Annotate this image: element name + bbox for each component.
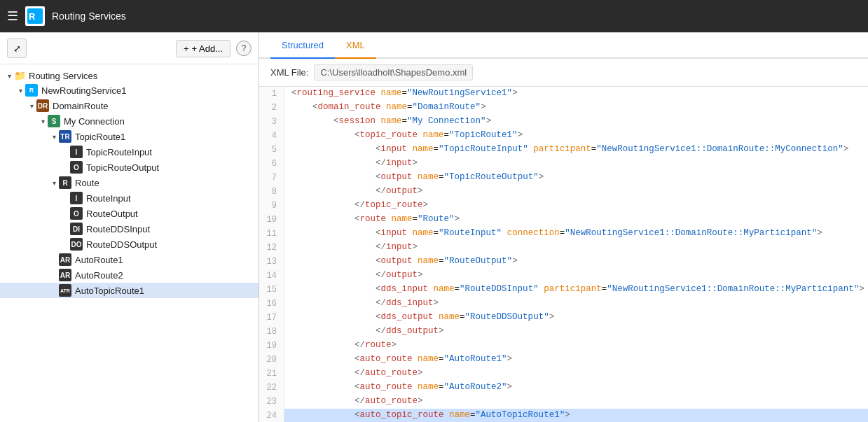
di-icon: DI [70, 223, 83, 235]
atr-icon: ATR [59, 284, 71, 297]
app-title: Routing Services [52, 10, 126, 22]
line-content: <auto_route name="AutoRoute2"> [284, 381, 512, 395]
tree-label: AutoRoute2 [75, 270, 123, 281]
line-content: <dds_output name="RouteDDSOutput"> [284, 311, 554, 325]
tree-arrow [27, 102, 36, 110]
code-line[interactable]: 3 <session name="My Connection"> [259, 115, 868, 129]
line-number: 2 [259, 101, 284, 115]
code-line[interactable]: 13 <output name="RouteOutput"> [259, 255, 868, 269]
code-line[interactable]: 17 <dds_output name="RouteDDSOutput"> [259, 311, 868, 325]
code-area[interactable]: 1<routing_service name="NewRoutingServic… [259, 87, 868, 422]
tree-item-new-routing-service1[interactable]: RNewRoutingService1 [0, 83, 259, 98]
code-line[interactable]: 4 <topic_route name="TopicRoute1"> [259, 129, 868, 143]
line-content: <input name="RouteInput" connection="New… [284, 227, 822, 241]
tree-item-domain-route[interactable]: DRDomainRoute [0, 98, 259, 113]
line-number: 1 [259, 87, 284, 101]
line-content: <topic_route name="TopicRoute1"> [284, 129, 523, 143]
tree-arrow [49, 179, 59, 187]
line-number: 14 [259, 269, 284, 283]
main-layout: ⤢ + + Add... ? 📁Routing ServicesRNewRout… [0, 32, 868, 422]
line-content: <auto_topic_route name="AutoTopicRoute1"… [284, 409, 570, 422]
code-line[interactable]: 5 <input name="TopicRouteInput" particip… [259, 143, 868, 157]
line-number: 12 [259, 241, 284, 255]
line-content: <dds_input name="RouteDDSInput" particip… [284, 283, 864, 297]
code-line[interactable]: 8 </output> [259, 185, 868, 199]
tree-item-auto-route1[interactable]: ARAutoRoute1 [0, 252, 259, 267]
code-line[interactable]: 21 </auto_route> [259, 367, 868, 381]
line-number: 10 [259, 213, 284, 227]
add-button[interactable]: + + Add... [176, 40, 230, 57]
tree-item-auto-route2[interactable]: ARAutoRoute2 [0, 267, 259, 283]
tree-item-topic-route-output[interactable]: OTopicRouteOutput [0, 160, 259, 175]
code-line[interactable]: 16 </dds_input> [259, 297, 868, 311]
i-icon: I [70, 192, 83, 204]
tr-icon: TR [59, 130, 71, 143]
xml-file-path: C:\Users\lloadholt\ShapesDemo.xml [314, 64, 473, 80]
code-line[interactable]: 6 </input> [259, 157, 868, 171]
s-icon: S [48, 115, 60, 127]
tree-item-topic-route1[interactable]: TRTopicRoute1 [0, 129, 259, 144]
code-line[interactable]: 9 </topic_route> [259, 199, 868, 213]
code-line[interactable]: 2 <domain_route name="DomainRoute"> [259, 101, 868, 115]
svg-text:R: R [29, 11, 36, 22]
code-line[interactable]: 7 <output name="TopicRouteOutput"> [259, 171, 868, 185]
menu-icon[interactable]: ☰ [7, 8, 18, 24]
o-icon: O [70, 207, 83, 220]
left-panel: ⤢ + + Add... ? 📁Routing ServicesRNewRout… [0, 33, 259, 422]
code-line[interactable]: 14 </output> [259, 269, 868, 283]
tree-item-route-input[interactable]: IRouteInput [0, 190, 259, 206]
code-line[interactable]: 24 <auto_topic_route name="AutoTopicRout… [259, 409, 868, 422]
code-line[interactable]: 10 <route name="Route"> [259, 213, 868, 227]
code-line[interactable]: 11 <input name="RouteInput" connection="… [259, 227, 868, 241]
tree-item-route-dds-output[interactable]: DORouteDDSOutput [0, 237, 259, 252]
tree-item-route-dds-input[interactable]: DIRouteDDSInput [0, 221, 259, 237]
line-number: 11 [259, 227, 284, 241]
line-content: <output name="RouteOutput"> [284, 255, 518, 269]
topbar: ☰ R Routing Services [0, 0, 868, 32]
line-content: </dds_input> [284, 297, 439, 311]
line-number: 21 [259, 367, 284, 381]
line-number: 17 [259, 311, 284, 325]
tree-item-routing-services-root[interactable]: 📁Routing Services [0, 69, 259, 83]
xml-file-bar: XML File: C:\Users\lloadholt\ShapesDemo.… [259, 59, 868, 87]
tree-label: RouteDDSOutput [86, 239, 157, 250]
tree-item-my-connection[interactable]: SMy Connection [0, 113, 259, 129]
code-line[interactable]: 15 <dds_input name="RouteDDSInput" parti… [259, 283, 868, 297]
tree-label: RouteDDSInput [86, 224, 150, 234]
tree-item-auto-topic-route1[interactable]: ATRAutoTopicRoute1 [0, 283, 259, 298]
tree-label: NewRoutingService1 [41, 85, 126, 96]
line-number: 13 [259, 255, 284, 269]
code-line[interactable]: 18 </dds_output> [259, 325, 868, 339]
line-number: 5 [259, 143, 284, 157]
right-panel: Structured XML XML File: C:\Users\lloadh… [259, 33, 868, 422]
help-button[interactable]: ? [236, 41, 252, 56]
ar-icon: AR [59, 269, 71, 281]
line-content: </input> [284, 241, 418, 255]
line-content: <domain_route name="DomainRoute"> [284, 101, 486, 115]
line-content: <session name="My Connection"> [284, 115, 491, 129]
line-number: 6 [259, 157, 284, 171]
app-logo: R [25, 6, 45, 26]
line-content: </route> [284, 339, 397, 353]
expand-button[interactable]: ⤢ [7, 38, 27, 58]
line-number: 23 [259, 395, 284, 409]
line-content: <input name="TopicRouteInput" participan… [284, 143, 848, 157]
tab-xml[interactable]: XML [335, 33, 376, 59]
code-line[interactable]: 12 </input> [259, 241, 868, 255]
tree-label: Routing Services [29, 71, 97, 81]
line-number: 15 [259, 283, 284, 297]
tree-label: AutoRoute1 [75, 255, 123, 265]
tree-label: TopicRouteInput [86, 147, 152, 157]
tree-label: RouteInput [86, 193, 131, 204]
code-line[interactable]: 19 </route> [259, 339, 868, 353]
code-line[interactable]: 20 <auto_route name="AutoRoute1"> [259, 353, 868, 367]
code-line[interactable]: 1<routing_service name="NewRoutingServic… [259, 87, 868, 101]
tree-item-route[interactable]: RRoute [0, 175, 259, 190]
code-line[interactable]: 22 <auto_route name="AutoRoute2"> [259, 381, 868, 395]
do-icon: DO [70, 238, 83, 251]
add-label: + Add... [192, 43, 223, 54]
code-line[interactable]: 23 </auto_route> [259, 395, 868, 409]
tree-item-topic-route-input[interactable]: ITopicRouteInput [0, 144, 259, 160]
tab-structured[interactable]: Structured [270, 33, 335, 59]
tree-item-route-output[interactable]: ORouteOutput [0, 206, 259, 221]
